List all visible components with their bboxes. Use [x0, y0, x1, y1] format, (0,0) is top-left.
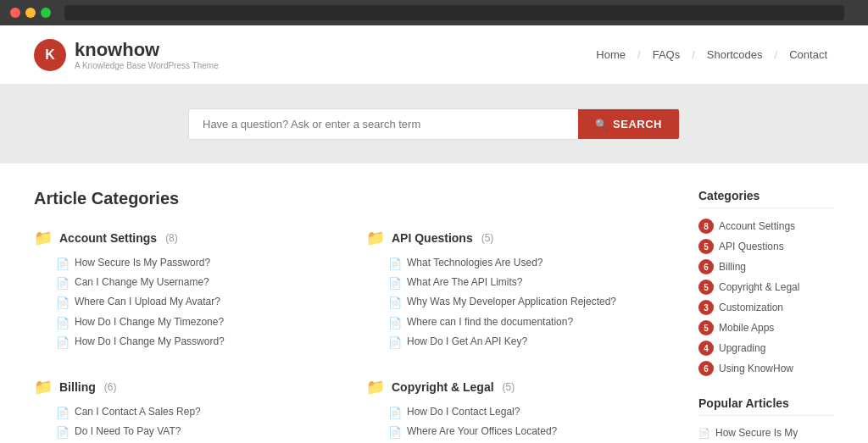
- article-link[interactable]: Why Was My Developer Application Rejecte…: [407, 295, 616, 309]
- list-item: 8Account Settings: [698, 219, 834, 234]
- cat-links-legal: 📄How Do I Contact Legal? 📄Where Are Your…: [366, 405, 665, 443]
- list-item: 📄What Are The API Limits?: [388, 275, 665, 291]
- cat-title-billing: Billing: [59, 380, 96, 394]
- list-item: 6Using KnowHow: [698, 361, 834, 376]
- article-link[interactable]: How Do I Contact Legal?: [407, 405, 520, 419]
- nav-home[interactable]: Home: [589, 48, 632, 61]
- maximize-button[interactable]: [41, 8, 51, 18]
- popular-link[interactable]: How Secure Is My Password?: [715, 426, 834, 443]
- sidebar-categories-title: Categories: [698, 189, 834, 208]
- articles-section: Article Categories 📁 Account Settings (8…: [34, 189, 665, 443]
- search-icon: 🔍: [595, 119, 609, 130]
- cat-title-legal: Copyright & Legal: [392, 380, 494, 394]
- article-link[interactable]: Can I Change My Username?: [75, 275, 209, 290]
- traffic-lights: [10, 8, 51, 18]
- logo-icon: K: [34, 39, 66, 71]
- badge: 3: [698, 300, 714, 315]
- article-link[interactable]: How Do I Get An API Key?: [407, 335, 527, 349]
- site-nav: K knowhow A Knowledge Base WordPress The…: [0, 25, 868, 85]
- nav-shortcodes[interactable]: Shortcodes: [700, 48, 770, 61]
- cat-title-account: Account Settings: [59, 231, 157, 245]
- list-item: 📄Where Are Your Offices Located?: [388, 424, 665, 440]
- article-link[interactable]: How Secure Is My Password?: [75, 256, 210, 270]
- doc-icon: 📄: [388, 335, 402, 351]
- list-item: 📄How Secure Is My Password?: [56, 256, 332, 272]
- site-subtitle: A Knowledge Base WordPress Theme: [75, 61, 219, 70]
- list-item: 📄Why Was My Developer Application Reject…: [388, 295, 665, 311]
- folder-icon: 📁: [366, 229, 385, 247]
- doc-icon: 📄: [56, 296, 70, 311]
- list-item: 3Customization: [698, 300, 834, 315]
- search-section: 🔍 SEARCH: [0, 85, 868, 163]
- sidebar-link[interactable]: Mobile Apps: [719, 322, 774, 334]
- category-account-settings: 📁 Account Settings (8) 📄How Secure Is My…: [34, 229, 332, 354]
- sidebar-link[interactable]: Customization: [719, 302, 783, 313]
- badge: 5: [698, 239, 714, 254]
- doc-icon: 📄: [388, 406, 402, 421]
- doc-icon: 📄: [388, 425, 402, 440]
- minimize-button[interactable]: [25, 8, 36, 18]
- search-button[interactable]: 🔍 SEARCH: [578, 109, 679, 139]
- list-item: 5Copyright & Legal: [698, 280, 834, 295]
- article-link[interactable]: How Do I Change My Password?: [75, 335, 225, 349]
- list-item: 📄Where can I find the documentation?: [388, 315, 665, 331]
- list-item: 📄What Technologies Are Used?: [388, 256, 665, 272]
- article-link[interactable]: Where can I find the documentation?: [407, 315, 573, 329]
- popular-list: 📄How Secure Is My Password? 📄What Techno…: [698, 426, 834, 443]
- article-link[interactable]: What Are The API Limits?: [407, 275, 523, 290]
- sidebar-link[interactable]: Upgrading: [719, 342, 765, 354]
- sidebar-categories-list: 8Account Settings 5API Questions 6Billin…: [698, 219, 834, 376]
- cat-links-billing: 📄Can I Contact A Sales Rep? 📄Do I Need T…: [34, 405, 332, 443]
- folder-icon: 📁: [34, 229, 53, 247]
- doc-icon: 📄: [56, 316, 70, 331]
- list-item: 📄How Do I Change My Timezone?: [56, 315, 332, 331]
- cat-count-account: (8): [165, 232, 178, 244]
- doc-icon: 📄: [56, 276, 70, 291]
- nav-faqs[interactable]: FAQs: [646, 48, 687, 61]
- logo-text: knowhow A Knowledge Base WordPress Theme: [75, 39, 219, 70]
- sidebar-link[interactable]: API Questions: [719, 241, 784, 252]
- category-header-api: 📁 API Questions (5): [366, 229, 665, 247]
- nav-contact[interactable]: Contact: [782, 48, 834, 61]
- badge: 5: [698, 280, 714, 295]
- doc-icon: 📄: [388, 316, 402, 331]
- nav-sep: /: [637, 48, 641, 61]
- site-title: knowhow: [75, 39, 219, 61]
- sidebar-categories-section: Categories 8Account Settings 5API Questi…: [698, 189, 834, 376]
- section-title: Article Categories: [34, 189, 665, 208]
- cat-links-api: 📄What Technologies Are Used? 📄What Are T…: [366, 256, 665, 351]
- logo: K knowhow A Knowledge Base WordPress The…: [34, 39, 219, 71]
- doc-icon: 📄: [388, 276, 402, 291]
- folder-icon: 📁: [366, 378, 385, 396]
- sidebar-link[interactable]: Using KnowHow: [719, 363, 793, 374]
- article-link[interactable]: Can I Contact A Sales Rep?: [75, 405, 201, 419]
- article-link[interactable]: What Technologies Are Used?: [407, 256, 543, 270]
- sidebar-popular-title: Popular Articles: [698, 396, 834, 416]
- doc-icon: 📄: [56, 335, 70, 351]
- category-copyright-legal: 📁 Copyright & Legal (5) 📄How Do I Contac…: [366, 378, 665, 443]
- article-link[interactable]: Do I Need To Pay VAT?: [75, 424, 181, 439]
- article-link[interactable]: Where Are Your Offices Located?: [407, 424, 557, 439]
- category-billing: 📁 Billing (6) 📄Can I Contact A Sales Rep…: [34, 378, 332, 443]
- sidebar-link[interactable]: Account Settings: [719, 220, 795, 232]
- sidebar: Categories 8Account Settings 5API Questi…: [698, 189, 834, 443]
- article-link[interactable]: Where Can I Upload My Avatar?: [75, 295, 220, 309]
- cat-links-account: 📄How Secure Is My Password? 📄Can I Chang…: [34, 256, 332, 351]
- search-input[interactable]: [189, 109, 578, 139]
- cat-title-api: API Questions: [392, 231, 473, 245]
- address-bar[interactable]: [64, 5, 844, 20]
- sidebar-link[interactable]: Copyright & Legal: [719, 281, 799, 293]
- list-item: 5Mobile Apps: [698, 320, 834, 335]
- list-item: 📄Can I Contact A Sales Rep?: [56, 405, 332, 421]
- list-item: 📄Where Can I Upload My Avatar?: [56, 295, 332, 311]
- list-item: 📄Do I Need To Pay VAT?: [56, 424, 332, 440]
- article-link[interactable]: How Do I Change My Timezone?: [75, 315, 224, 329]
- nav-links: Home / FAQs / Shortcodes / Contact: [589, 48, 834, 61]
- sidebar-link[interactable]: Billing: [719, 261, 746, 273]
- badge: 8: [698, 219, 714, 234]
- main-content: Article Categories 📁 Account Settings (8…: [0, 163, 868, 443]
- close-button[interactable]: [10, 8, 20, 18]
- list-item: 📄How Do I Contact Legal?: [388, 405, 665, 421]
- sidebar-popular-section: Popular Articles 📄How Secure Is My Passw…: [698, 396, 834, 443]
- search-button-label: SEARCH: [613, 118, 662, 130]
